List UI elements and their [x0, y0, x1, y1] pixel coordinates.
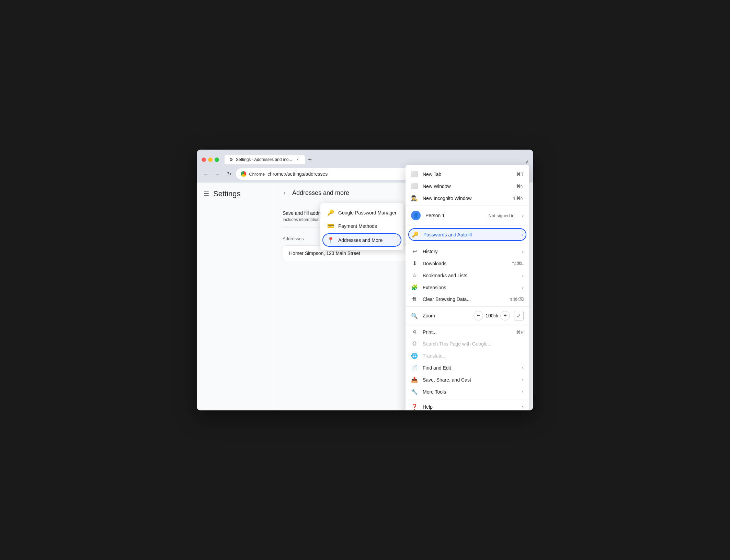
minimize-button[interactable]	[208, 158, 213, 162]
print-icon: 🖨	[411, 329, 418, 335]
url-prefix: Chrome	[249, 172, 265, 177]
extensions-label: Extensions	[423, 285, 517, 290]
menu-item-extensions[interactable]: 🧩 Extensions ›	[406, 281, 529, 293]
passwords-submenu: 🔑 Google Password Manager 💳 Payment Meth…	[320, 203, 403, 250]
menu-item-new-tab[interactable]: ⬜ New Tab ⌘T	[406, 168, 529, 180]
new-window-label: New Window	[423, 184, 511, 189]
google-g-icon: G	[411, 341, 418, 347]
translate-icon: 🌐	[411, 352, 418, 359]
menu-item-history[interactable]: ↩ History ›	[406, 245, 529, 257]
find-edit-icon: 📄	[411, 364, 418, 371]
downloads-icon: ⬇	[411, 260, 418, 267]
location-pin-icon: 📍	[327, 237, 333, 243]
zoom-row: 🔍 Zoom − 100% + ⤢	[406, 308, 529, 323]
menu-item-print[interactable]: 🖨 Print... ⌘P	[406, 326, 529, 338]
settings-header: ☰ Settings	[197, 189, 272, 205]
submenu-item-payment-methods[interactable]: 💳 Payment Methods	[320, 219, 403, 233]
menu-item-downloads[interactable]: ⬇ Downloads ⌥⌘L	[406, 257, 529, 269]
menu-section-zoom: 🔍 Zoom − 100% + ⤢	[406, 307, 529, 325]
save-share-arrow-icon: ›	[522, 377, 524, 383]
menu-item-bookmarks[interactable]: ☆ Bookmarks and Lists ›	[406, 269, 529, 281]
more-tools-arrow-icon: ›	[522, 389, 524, 395]
person-status: Not signed in	[488, 213, 514, 218]
bookmarks-arrow-icon: ›	[522, 273, 524, 278]
print-label: Print...	[423, 329, 511, 335]
more-tools-icon: 🔧	[411, 388, 418, 395]
translate-label: Translate...	[423, 353, 524, 359]
find-edit-arrow-icon: ›	[522, 365, 524, 371]
zoom-controls: − 100% + ⤢	[474, 311, 524, 320]
clear-browsing-shortcut: ⇧⌘⌫	[509, 297, 524, 302]
menu-section-passwords: 🔑 Passwords and Autofill ›	[406, 225, 529, 244]
browser-window: ⚙ Settings - Addresses and mo... × + ∨ ←…	[197, 150, 533, 410]
new-window-shortcut: ⌘N	[516, 184, 524, 189]
new-tab-shortcut: ⌘T	[516, 172, 524, 177]
find-edit-label: Find and Edit	[423, 365, 517, 371]
menu-item-help[interactable]: ❓ Help ›	[406, 401, 529, 410]
extensions-menu-icon: 🧩	[411, 284, 418, 291]
bookmarks-label: Bookmarks and Lists	[423, 273, 517, 278]
person-arrow-icon: ›	[522, 213, 524, 218]
new-tab-button[interactable]: +	[305, 155, 315, 164]
trash-icon: 🗑	[411, 296, 418, 302]
print-shortcut: ⌘P	[516, 330, 524, 335]
key-icon: 🔑	[327, 209, 333, 216]
menu-section-help: ❓ Help › ⚙ Settings ⌘,	[406, 399, 529, 410]
active-tab[interactable]: ⚙ Settings - Addresses and mo... ×	[225, 155, 305, 164]
bookmarks-icon: ☆	[411, 272, 418, 279]
zoom-minus-button[interactable]: −	[474, 311, 483, 320]
submenu-item-google-password-manager[interactable]: 🔑 Google Password Manager	[320, 206, 403, 219]
chrome-dropdown-menu: ⬜ New Tab ⌘T ⬜ New Window ⌘N 🕵 New Incog…	[406, 165, 529, 410]
more-tools-label: More Tools	[423, 389, 517, 395]
forward-button[interactable]: →	[213, 169, 222, 179]
menu-item-more-tools[interactable]: 🔧 More Tools ›	[406, 386, 529, 398]
passwords-arrow-icon: ›	[521, 232, 523, 237]
traffic-lights	[202, 158, 219, 162]
zoom-label: Zoom	[423, 313, 469, 318]
zoom-fullscreen-button[interactable]: ⤢	[514, 311, 524, 320]
new-tab-icon: ⬜	[411, 171, 418, 177]
tabs-area: ⚙ Settings - Addresses and mo... × + ∨	[225, 155, 528, 164]
incognito-icon: 🕵	[411, 195, 418, 201]
downloads-label: Downloads	[423, 261, 507, 266]
card-icon: 💳	[327, 223, 333, 229]
extensions-arrow-icon: ›	[522, 285, 524, 290]
close-button[interactable]	[202, 158, 206, 162]
menu-item-new-window[interactable]: ⬜ New Window ⌘N	[406, 180, 529, 192]
menu-item-search-page: G Search This Page with Google...	[406, 338, 529, 350]
zoom-icon: 🔍	[411, 313, 418, 319]
person-avatar-icon: 👤	[411, 211, 421, 220]
tab-close-button[interactable]: ×	[295, 157, 300, 162]
zoom-value: 100%	[484, 313, 499, 318]
person-row[interactable]: 👤 Person 1 Not signed in ›	[406, 207, 529, 224]
help-arrow-icon: ›	[522, 404, 524, 410]
new-incognito-shortcut: ⇧⌘N	[512, 196, 524, 201]
reload-button[interactable]: ↻	[224, 169, 234, 179]
menu-item-translate: 🌐 Translate...	[406, 350, 529, 362]
menu-item-new-incognito[interactable]: 🕵 New Incognito Window ⇧⌘N	[406, 192, 529, 204]
person-name: Person 1	[425, 213, 445, 218]
help-label: Help	[423, 404, 517, 410]
menu-section-tools: 🖨 Print... ⌘P G Search This Page with Go…	[406, 325, 529, 399]
back-button[interactable]: ←	[201, 169, 210, 179]
menu-item-find-edit[interactable]: 📄 Find and Edit ›	[406, 362, 529, 374]
tab-expand-icon[interactable]: ∨	[525, 159, 528, 164]
save-share-label: Save, Share, and Cast	[423, 377, 517, 383]
menu-item-passwords-autofill[interactable]: 🔑 Passwords and Autofill ›	[408, 228, 526, 241]
menu-item-save-share[interactable]: 📤 Save, Share, and Cast ›	[406, 374, 529, 386]
fullscreen-button[interactable]	[215, 158, 219, 162]
address-entry-text: Homer Simpson, 123 Main Street	[289, 250, 360, 256]
menu-item-clear-browsing[interactable]: 🗑 Clear Browsing Data... ⇧⌘⌫	[406, 293, 529, 305]
back-arrow-icon[interactable]: ←	[283, 189, 289, 197]
zoom-plus-button[interactable]: +	[500, 311, 510, 320]
hamburger-icon[interactable]: ☰	[204, 190, 209, 198]
menu-section-person: 👤 Person 1 Not signed in ›	[406, 206, 529, 225]
new-tab-label: New Tab	[423, 172, 512, 177]
tab-title: Settings - Addresses and mo...	[236, 157, 292, 162]
submenu-item-addresses-more[interactable]: 📍 Addresses and More	[322, 233, 401, 247]
new-window-icon: ⬜	[411, 183, 418, 189]
downloads-shortcut: ⌥⌘L	[512, 261, 524, 266]
settings-sidebar: ☰ Settings	[197, 183, 272, 410]
menu-section-browse: ↩ History › ⬇ Downloads ⌥⌘L ☆ Bookmarks …	[406, 244, 529, 307]
menu-section-new: ⬜ New Tab ⌘T ⬜ New Window ⌘N 🕵 New Incog…	[406, 167, 529, 206]
